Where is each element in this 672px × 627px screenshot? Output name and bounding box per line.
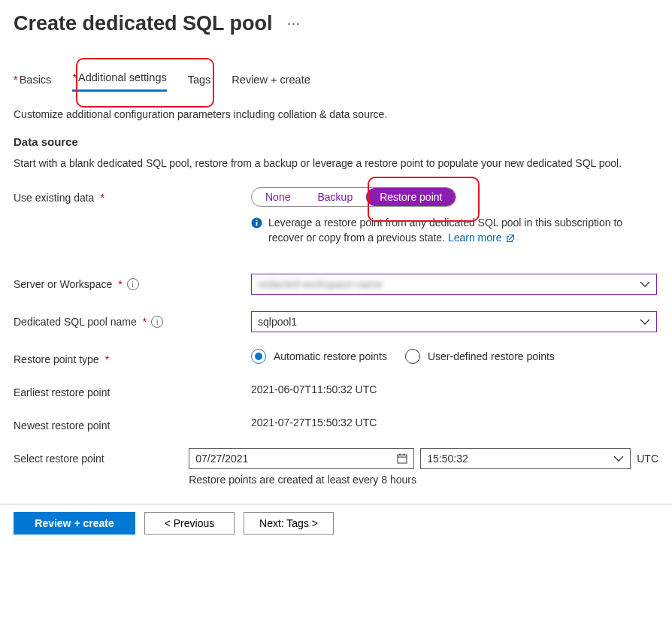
tab-additional-label: Additional settings — [78, 71, 167, 83]
restore-type-radio-group: Automatic restore points User-defined re… — [251, 349, 658, 364]
more-actions-icon[interactable]: ··· — [288, 18, 301, 30]
tab-basics-label: Basics — [20, 74, 52, 86]
use-existing-data-selector: None Backup Restore point — [251, 187, 456, 207]
option-backup[interactable]: Backup — [304, 188, 366, 206]
tab-tags-label: Tags — [188, 74, 211, 86]
section-data-source-paragraph: Start with a blank dedicated SQL pool, r… — [14, 156, 658, 171]
server-workspace-label: Server or Workspace — [14, 278, 112, 290]
page-title-text: Create dedicated SQL pool — [14, 12, 273, 35]
earliest-restore-value: 2021-06-07T11:50:32 UTC — [251, 383, 377, 395]
svg-rect-1 — [256, 222, 258, 226]
help-icon[interactable]: i — [127, 278, 139, 290]
radio-automatic-restore[interactable]: Automatic restore points — [251, 349, 387, 364]
tab-additional-settings[interactable]: *Additional settings — [72, 67, 166, 92]
server-workspace-dropdown[interactable]: redacted-workspace-name — [251, 274, 657, 295]
option-restore-point[interactable]: Restore point — [366, 188, 456, 206]
learn-more-label: Learn more — [448, 232, 502, 244]
previous-button[interactable]: < Previous — [144, 512, 235, 535]
restore-date-value: 07/27/2021 — [195, 453, 248, 465]
restore-type-label: Restore point type — [14, 353, 99, 365]
use-existing-data-label: Use existing data — [14, 192, 94, 204]
chevron-down-icon — [640, 317, 650, 327]
newest-restore-label: Newest restore point — [14, 420, 110, 432]
section-data-source-heading: Data source — [14, 135, 658, 148]
wizard-tabs: *Basics *Additional settings Tags Review… — [14, 67, 658, 92]
tab-review-create[interactable]: Review + create — [232, 69, 310, 92]
required-indicator: * — [118, 278, 122, 290]
timezone-label: UTC — [637, 453, 658, 465]
pool-name-label: Dedicated SQL pool name — [14, 316, 137, 328]
info-text-content: Leverage a restore point from any dedica… — [268, 217, 622, 244]
help-icon[interactable]: i — [151, 316, 163, 328]
restore-hint-text: Restore points are created at least ever… — [189, 474, 658, 486]
svg-rect-3 — [398, 455, 407, 463]
pool-name-value: sqlpool1 — [258, 316, 297, 328]
learn-more-link[interactable]: Learn more — [448, 232, 515, 244]
restore-date-input[interactable]: 07/27/2021 — [189, 448, 414, 469]
review-create-button[interactable]: Review + create — [14, 512, 135, 535]
server-workspace-value: redacted-workspace-name — [258, 278, 383, 290]
tab-description: Customize additional configuration param… — [14, 108, 658, 120]
external-link-icon — [506, 234, 515, 243]
select-restore-label: Select restore point — [14, 453, 104, 465]
calendar-icon — [397, 453, 407, 464]
info-text: Leverage a restore point from any dedica… — [268, 216, 658, 245]
option-none[interactable]: None — [252, 188, 304, 206]
earliest-restore-label: Earliest restore point — [14, 386, 110, 398]
wizard-footer: Review + create < Previous Next: Tags > — [0, 504, 672, 545]
newest-restore-value: 2021-07-27T15:50:32 UTC — [251, 416, 377, 429]
required-indicator: * — [143, 316, 147, 328]
chevron-down-icon — [640, 279, 650, 289]
required-indicator: * — [100, 192, 104, 204]
radio-automatic-label: Automatic restore points — [274, 350, 387, 362]
tab-basics[interactable]: *Basics — [14, 69, 51, 92]
next-button[interactable]: Next: Tags > — [244, 512, 334, 535]
pool-name-dropdown[interactable]: sqlpool1 — [251, 311, 657, 332]
restore-time-value: 15:50:32 — [427, 453, 468, 465]
required-indicator: * — [105, 353, 109, 365]
radio-user-defined-restore[interactable]: User-defined restore points — [405, 349, 555, 364]
tab-tags[interactable]: Tags — [188, 69, 211, 92]
tab-review-label: Review + create — [232, 74, 310, 86]
page-title: Create dedicated SQL pool ··· — [14, 12, 658, 35]
chevron-down-icon — [613, 453, 624, 464]
restore-time-input[interactable]: 15:50:32 — [420, 448, 631, 469]
radio-user-defined-label: User-defined restore points — [428, 350, 555, 362]
svg-rect-2 — [256, 220, 258, 222]
info-icon — [251, 217, 262, 229]
